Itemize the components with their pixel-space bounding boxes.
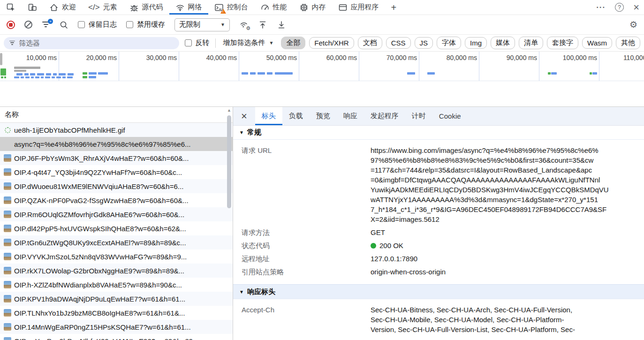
resource-type-pill[interactable]: 套接字 bbox=[547, 37, 578, 49]
table-row[interactable]: OIP.rkX7LOWolap-G2brObxNggHaE9?w=89&h=89… bbox=[0, 264, 233, 278]
inspect-icon bbox=[6, 3, 15, 12]
table-row[interactable]: OIP.4-q4t47_YQ3bji4n9Q2ZYwHaFf?w=60&h=60… bbox=[0, 165, 233, 179]
waterfall-bar bbox=[35, 76, 39, 78]
console-icon bbox=[214, 3, 224, 12]
scroll-up-icon[interactable]: ▲ bbox=[226, 108, 232, 113]
response-headers-section-header[interactable]: ▼ 响应标头 bbox=[233, 284, 644, 299]
device-emulation-button[interactable] bbox=[22, 0, 43, 15]
table-row[interactable]: OIP.tGn6uZtWgQ8UKy9xcEcxtAHaEl?w=89&h=89… bbox=[0, 235, 233, 249]
table-row[interactable]: OIP.dWuoeu81WxME9lENWVqiuAHaE8?w=60&h=6.… bbox=[0, 179, 233, 193]
field-key: 远程地址 bbox=[233, 254, 371, 264]
resource-type-pill[interactable]: JS bbox=[415, 37, 433, 49]
resource-type-pill[interactable]: CSS bbox=[386, 37, 411, 49]
import-har-button[interactable] bbox=[258, 20, 267, 30]
waterfall-bar bbox=[30, 73, 35, 76]
add-tab-button[interactable]: + bbox=[385, 0, 403, 15]
filter-input[interactable] bbox=[19, 39, 173, 47]
filter-input-wrapper[interactable] bbox=[4, 37, 179, 49]
table-row[interactable]: OIP.VYVKJmSzoL5zNn8qV83WVwHaFG?w=89&h=9.… bbox=[0, 249, 233, 264]
resource-type-pill[interactable]: Fetch/XHR bbox=[309, 37, 354, 49]
general-section-title: 常规 bbox=[247, 128, 261, 137]
details-tab[interactable]: 预览 bbox=[310, 107, 337, 125]
waterfall-bar bbox=[98, 72, 108, 75]
export-har-button[interactable] bbox=[277, 20, 286, 30]
scrollbar-thumb[interactable] bbox=[227, 115, 231, 208]
tab-elements[interactable]: </> 元素 bbox=[82, 0, 123, 15]
clear-button[interactable] bbox=[24, 21, 32, 29]
help-button[interactable]: ? bbox=[610, 0, 629, 15]
home-icon bbox=[49, 3, 59, 12]
disable-cache-checkbox[interactable]: 禁用缓存 bbox=[126, 20, 165, 29]
tab-memory[interactable]: 内存 bbox=[293, 0, 332, 15]
table-row[interactable]: OIP.J6F-PbYsWm3K_RhrAXjV4wHaE7?w=60&h=60… bbox=[0, 151, 233, 165]
table-row[interactable]: OIP.QZAK-nPF0PvaG2-fSsgWzwHaE8?w=60&h=60… bbox=[0, 193, 233, 207]
header-value-line: Version, Sec-CH-UA-Full-Version-List, Se… bbox=[371, 325, 575, 334]
network-settings-button[interactable]: ⚙ bbox=[629, 19, 637, 30]
record-button[interactable] bbox=[7, 21, 15, 29]
timeline-tick-label: 70,000 ms bbox=[349, 54, 417, 61]
resource-type-pill[interactable]: 清单 bbox=[519, 37, 543, 49]
tab-sources[interactable]: 源代码 bbox=[123, 0, 169, 15]
tab-label: 性能 bbox=[273, 3, 287, 12]
filter-toggle-button[interactable]: × bbox=[42, 22, 50, 28]
throttling-select[interactable]: 无限制 ▼ bbox=[174, 18, 230, 31]
waterfall-bar bbox=[16, 73, 23, 76]
table-row[interactable]: async?q=%e4%b8%96%e7%95%8c%e6%97%85%e6..… bbox=[0, 137, 233, 151]
overview-band[interactable]: 10,000 ms20,000 ms30,000 ms40,000 ms50,0… bbox=[0, 52, 644, 81]
request-type-icon bbox=[4, 239, 11, 246]
tab-label: 控制台 bbox=[227, 3, 248, 12]
more-options-button[interactable]: ··· bbox=[591, 0, 610, 15]
resource-type-pill[interactable]: 全部 bbox=[281, 37, 305, 49]
table-row[interactable]: OIP.ouYouPou9hPouNlbfuK99uV4ANLuE93?w=89… bbox=[0, 334, 233, 340]
table-row[interactable]: OIP.TLNhxYo1bJz9bzM8CB8oIgHaE8?w=61&h=61… bbox=[0, 306, 233, 320]
resource-type-pill[interactable]: 文档 bbox=[358, 37, 382, 49]
name-column-header[interactable]: 名称 bbox=[0, 107, 233, 123]
resource-type-pill[interactable]: 其他 bbox=[616, 37, 640, 49]
general-section-header[interactable]: ▼ 常规 bbox=[233, 126, 644, 140]
resource-type-pill[interactable]: Img bbox=[465, 37, 487, 49]
funnel-icon bbox=[9, 41, 15, 45]
resource-type-pill[interactable]: 字体 bbox=[437, 37, 461, 49]
table-row[interactable]: ue8h-1ijEObYtabcOPfMhehlkHE.gif bbox=[0, 123, 233, 137]
tab-performance[interactable]: 性能 bbox=[254, 0, 293, 15]
request-name: ue8h-1ijEObYtabcOPfMhehlkHE.gif bbox=[14, 126, 125, 134]
table-row[interactable]: OIP.Rm6OUqlGZMfovrhjrGdk8AHaE6?w=60&h=60… bbox=[0, 207, 233, 221]
details-tab[interactable]: 计时 bbox=[405, 107, 432, 125]
waterfall-bar bbox=[267, 72, 273, 75]
invert-checkbox[interactable]: 反转 bbox=[185, 38, 210, 47]
request-type-icon bbox=[4, 225, 11, 232]
url-line: X=2&iid=images.5612 bbox=[371, 214, 609, 224]
resource-type-pill[interactable]: 媒体 bbox=[491, 37, 515, 49]
close-devtools-button[interactable]: × bbox=[629, 0, 644, 15]
request-type-icon bbox=[4, 211, 11, 218]
more-filters-dropdown[interactable]: 增加筛选条件 ▼ bbox=[221, 38, 275, 47]
search-button[interactable] bbox=[59, 20, 68, 30]
tab-network[interactable]: 网络 bbox=[169, 0, 208, 15]
table-row[interactable]: OIP.dl42PpP5-hxUVGWspkSIhQHaE8?w=60&h=62… bbox=[0, 221, 233, 235]
details-tab[interactable]: 响应 bbox=[337, 107, 364, 125]
details-tab[interactable]: 标头 bbox=[255, 107, 282, 125]
request-list-scrollbar[interactable]: ▲ bbox=[226, 108, 232, 340]
table-row[interactable]: OIP.KPV1h9aDWAqjNjDP9uLqEwHaE7?w=61&h=61… bbox=[0, 292, 233, 306]
url-line: https://www.bing.com/images/async?q=%e4%… bbox=[371, 145, 609, 155]
details-tab[interactable]: 发起程序 bbox=[364, 107, 405, 125]
table-row[interactable]: OIP.14MnWgEaRP0ngZ15HPsKSQHaE7?w=61&h=61… bbox=[0, 320, 233, 334]
details-tabbar: × 标头负载预览响应发起程序计时Cookie bbox=[233, 107, 644, 126]
status-code-value: 200 OK bbox=[371, 241, 403, 250]
referrer-policy-value: origin-when-cross-origin bbox=[371, 267, 446, 277]
details-tab[interactable]: Cookie bbox=[432, 107, 468, 125]
inspect-button[interactable] bbox=[0, 0, 22, 15]
table-row[interactable]: OIP.h-XZlZ4bfNWdianplxb8VAHaE5?w=89&h=90… bbox=[0, 278, 233, 292]
tab-welcome[interactable]: 欢迎 bbox=[43, 0, 82, 15]
tab-application[interactable]: 应用程序 bbox=[332, 0, 385, 15]
preserve-log-checkbox[interactable]: 保留日志 bbox=[78, 20, 117, 29]
resource-type-pill[interactable]: Wasm bbox=[582, 37, 612, 49]
close-details-button[interactable]: × bbox=[233, 107, 255, 125]
tab-console[interactable]: 控制台 bbox=[208, 0, 254, 15]
details-tab[interactable]: 负载 bbox=[282, 107, 310, 125]
waterfall-bar bbox=[0, 68, 6, 76]
network-conditions-button[interactable]: ⚙ bbox=[239, 20, 249, 30]
accept-ch-row: Accept-Ch Sec-CH-UA-Bitness, Sec-CH-UA-A… bbox=[233, 305, 644, 334]
request-name: OIP.14MnWgEaRP0ngZ15HPsKSQHaE7?w=61&h=61… bbox=[14, 323, 191, 331]
waterfall-bar bbox=[24, 73, 29, 76]
